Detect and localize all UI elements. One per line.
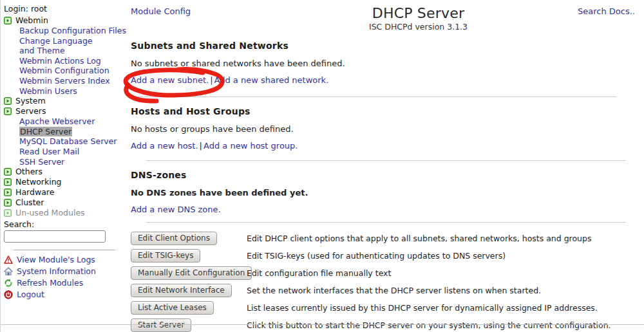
sidebar-item-webmin-actions-log[interactable]: Webmin Actions Log bbox=[19, 56, 123, 66]
action-table: Edit Client Options Edit DHCP client opt… bbox=[131, 231, 635, 332]
subnets-empty-text: No subnets or shared networks have been … bbox=[131, 59, 635, 68]
search-label: Search: bbox=[4, 219, 123, 229]
action-description: Edit DHCP client options that apply to a… bbox=[247, 234, 635, 243]
edit-client-options-button[interactable]: Edit Client Options bbox=[131, 232, 217, 245]
hosts-add-links: Add a new host.|Add a new host group. bbox=[131, 141, 298, 151]
red-circle-annotation bbox=[118, 66, 242, 106]
category-label: Hardware bbox=[15, 187, 54, 198]
sidebar-item-change-language-and-theme[interactable]: Change Language and Theme bbox=[19, 36, 106, 56]
edit-network-interface-button[interactable]: Edit Network Interface bbox=[131, 284, 232, 297]
section-divider bbox=[131, 97, 617, 97]
page-subtitle: ISC DHCPd version 3.1.3 bbox=[272, 22, 564, 32]
logout-link[interactable]: Logout bbox=[4, 290, 123, 299]
hosts-section-heading: Hosts and Host Groups bbox=[131, 106, 635, 116]
section-divider bbox=[146, 160, 626, 161]
sidebar-item-backup-configuration-files[interactable]: Backup Configuration Files bbox=[19, 26, 123, 36]
subnets-add-links: Add a new subnet.|Add a new shared netwo… bbox=[131, 75, 328, 85]
add-new-host-group-link[interactable]: Add a new host group. bbox=[204, 141, 298, 151]
sidebar: Login: root Webmin Backup Configuration … bbox=[1, 0, 123, 332]
main-content: Module Config DHCP Server ISC DHCPd vers… bbox=[123, 0, 644, 332]
add-new-subnet-link[interactable]: Add a new subnet. bbox=[131, 75, 209, 85]
servers-children: Apache Webserver DHCP Server MySQL Datab… bbox=[4, 116, 123, 167]
list-active-leases-button[interactable]: List Active Leases bbox=[131, 301, 214, 315]
sidebar-category-webmin[interactable]: Webmin bbox=[4, 15, 123, 26]
page-bottom-border bbox=[1, 324, 644, 325]
add-new-shared-network-link[interactable]: Add a new shared network. bbox=[214, 75, 329, 85]
sidebar-divider bbox=[14, 250, 115, 250]
category-label: Servers bbox=[15, 106, 46, 116]
search-docs-link[interactable]: Search Docs.. bbox=[578, 6, 635, 16]
manually-edit-configuration-button[interactable]: Manually Edit Configuration bbox=[131, 266, 252, 280]
module-category-icon bbox=[4, 189, 12, 196]
module-category-icon bbox=[4, 97, 12, 105]
edit-tsig-keys-button[interactable]: Edit TSIG-keys bbox=[131, 249, 200, 263]
start-server-button[interactable]: Start Server bbox=[131, 318, 191, 332]
dns-add-links: Add a new DNS zone. bbox=[131, 205, 221, 214]
sidebar-footer-links: View Module's Logs System Information Re… bbox=[4, 255, 123, 299]
sidebar-item-apache-webserver[interactable]: Apache Webserver bbox=[19, 116, 123, 127]
action-description: Click this button to start the DHCP serv… bbox=[247, 320, 635, 330]
category-label: System bbox=[15, 96, 46, 106]
refresh-modules-link[interactable]: Refresh Modules bbox=[4, 279, 123, 288]
sidebar-category-networking[interactable]: Networking bbox=[4, 177, 123, 187]
sidebar-item-mysql-database-server[interactable]: MySQL Database Server bbox=[19, 136, 123, 147]
footer-link-label: System Information bbox=[17, 267, 96, 276]
footer-link-label: Refresh Modules bbox=[17, 279, 83, 288]
link-separator: | bbox=[198, 141, 204, 151]
action-description: Set the network interfaces that the DHCP… bbox=[247, 286, 635, 295]
add-new-host-link[interactable]: Add a new host. bbox=[131, 141, 198, 151]
sidebar-item-ssh-server[interactable]: SSH Server bbox=[19, 157, 123, 167]
page-title: DHCP Server bbox=[272, 5, 564, 21]
login-label: Login: root bbox=[4, 4, 123, 14]
sidebar-item-read-user-mail[interactable]: Read User Mail bbox=[19, 147, 123, 157]
dns-empty-text: No DNS zones have been defined yet. bbox=[131, 188, 635, 198]
subnets-section-heading: Subnets and Shared Networks bbox=[131, 41, 635, 51]
hosts-empty-text: No hosts or groups have been defined. bbox=[131, 124, 635, 134]
category-label: Webmin bbox=[15, 15, 48, 26]
category-label: Networking bbox=[15, 177, 62, 187]
module-category-icon bbox=[4, 178, 12, 186]
warning-triangle-icon bbox=[4, 255, 13, 264]
section-divider bbox=[146, 222, 626, 223]
footer-link-label: Logout bbox=[17, 290, 44, 299]
home-icon bbox=[4, 267, 13, 276]
dns-section-heading: DNS-zones bbox=[131, 170, 635, 180]
sidebar-category-system[interactable]: System bbox=[4, 96, 123, 106]
module-config-link[interactable]: Module Config bbox=[131, 6, 191, 16]
sidebar-category-cluster[interactable]: Cluster bbox=[4, 198, 123, 208]
power-icon bbox=[4, 290, 13, 299]
view-modules-logs-link[interactable]: View Module's Logs bbox=[4, 255, 123, 264]
action-description: Edit TSIG-keys (used for authenticating … bbox=[247, 251, 635, 261]
module-tree: Webmin Backup Configuration Files Change… bbox=[4, 15, 123, 218]
module-category-icon bbox=[4, 168, 12, 176]
search-input[interactable] bbox=[4, 230, 106, 243]
footer-link-label: View Module's Logs bbox=[17, 255, 95, 264]
sidebar-category-unused-modules[interactable]: Un-used Modules bbox=[4, 208, 123, 218]
webmin-page: Login: root Webmin Backup Configuration … bbox=[0, 0, 644, 332]
sidebar-item-webmin-servers-index[interactable]: Webmin Servers Index bbox=[19, 76, 123, 86]
sidebar-category-servers[interactable]: Servers bbox=[4, 106, 123, 116]
sidebar-category-others[interactable]: Others bbox=[4, 167, 123, 177]
refresh-icon bbox=[4, 279, 13, 288]
sidebar-item-webmin-configuration[interactable]: Webmin Configuration bbox=[19, 66, 123, 76]
category-label: Others bbox=[15, 167, 43, 177]
sidebar-item-webmin-users[interactable]: Webmin Users bbox=[19, 86, 123, 97]
action-description: List leases currently issued by this DHC… bbox=[247, 303, 635, 313]
module-category-icon bbox=[4, 107, 12, 115]
sidebar-item-dhcp-server[interactable]: DHCP Server bbox=[19, 127, 72, 137]
add-new-dns-zone-link[interactable]: Add a new DNS zone. bbox=[131, 205, 221, 214]
action-description: Edit configuration file manually text bbox=[247, 268, 635, 278]
system-information-link[interactable]: System Information bbox=[4, 267, 123, 276]
module-category-icon bbox=[4, 209, 12, 217]
module-category-icon bbox=[4, 17, 12, 24]
category-label: Un-used Modules bbox=[15, 208, 85, 218]
page-header: Module Config DHCP Server ISC DHCPd vers… bbox=[131, 5, 635, 32]
module-category-icon bbox=[4, 199, 12, 207]
category-label: Cluster bbox=[15, 198, 44, 208]
sidebar-category-hardware[interactable]: Hardware bbox=[4, 187, 123, 198]
link-separator: | bbox=[209, 75, 214, 85]
webmin-children: Backup Configuration Files Change Langua… bbox=[4, 26, 123, 96]
